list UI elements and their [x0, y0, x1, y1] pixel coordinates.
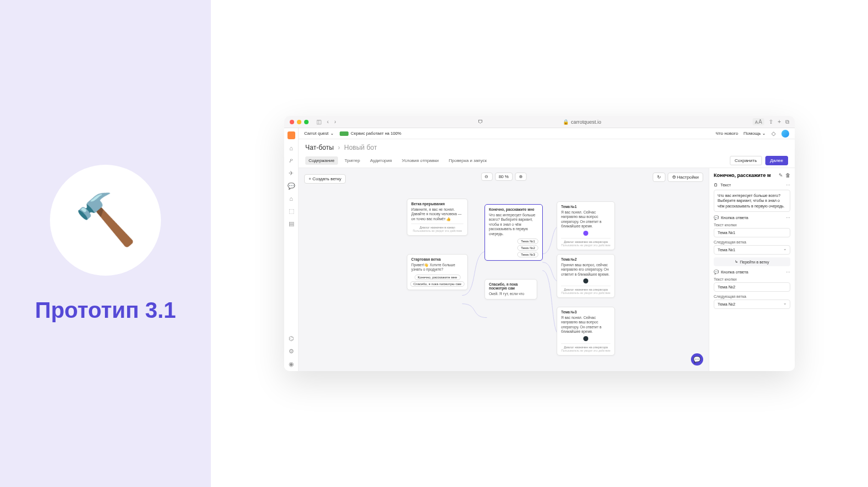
more-icon[interactable]: ⋯ — [786, 182, 790, 187]
node-chip[interactable]: Спасибо, я пока посмотрю сам — [410, 281, 465, 287]
save-button[interactable]: Сохранить — [730, 156, 762, 165]
people-icon[interactable]: ዖ — [289, 157, 293, 164]
node-chip[interactable]: Тема №3 — [517, 252, 538, 257]
sidebar-toggle-icon[interactable]: ◫ — [316, 119, 321, 125]
home-icon[interactable]: ⌂ — [289, 145, 293, 151]
cube-icon[interactable]: ⬚ — [289, 207, 294, 215]
tabs-row: Содержание Триггер Аудитория Условия отп… — [299, 154, 795, 168]
node-title: Тема №3 — [561, 310, 610, 314]
node-chip[interactable]: Тема №1 — [517, 239, 538, 244]
chevron-right-icon: › — [338, 144, 340, 151]
node-chip[interactable]: Конечно, расскажите мне — [415, 275, 461, 280]
tab-conditions[interactable]: Условия отправки — [398, 156, 442, 165]
node-theme-3[interactable]: Тема №3 Я вас понял. Сейчас направлю ваш… — [557, 307, 615, 356]
workspace-switcher[interactable]: Carrot quest ⌄ — [304, 131, 334, 136]
knowledge-icon[interactable]: ⌂ — [289, 195, 293, 202]
edit-icon[interactable]: ✎ — [779, 173, 783, 178]
next-button[interactable]: Далее — [765, 156, 788, 165]
more-icon[interactable]: ⋯ — [786, 270, 790, 275]
bell-icon[interactable]: ◇ — [771, 130, 776, 136]
section-answer-header-2: 💬 Кнопка ответа ⋯ — [714, 270, 790, 275]
minimize-icon[interactable] — [297, 120, 301, 124]
go-to-branch-button[interactable]: ↳ Перейти в ветку — [714, 257, 790, 266]
layers-icon[interactable]: ▤ — [289, 220, 294, 227]
button-text-input-2[interactable] — [714, 282, 790, 292]
reply-icon: 💬 — [714, 270, 719, 275]
zoom-out-button[interactable]: ⊖ — [481, 173, 492, 181]
node-footer-sub: Пользователь не увидит это действие — [561, 243, 610, 247]
node-footer-sub: Пользователь не увидит это действие — [411, 229, 463, 232]
delete-icon[interactable]: 🗑 — [785, 173, 790, 178]
panel-title: Конечно, расскажите м — [714, 173, 776, 178]
avatar[interactable] — [781, 130, 789, 138]
zoom-controls: ⊖ 80 % ⊕ — [481, 173, 526, 181]
button-text-input-1[interactable] — [714, 228, 790, 237]
create-branch-button[interactable]: + Создать ветку — [304, 174, 346, 184]
slide-right-panel: ◫ ‹ › ⛉ 🔒 carrotquest.io ᴀA ⇪ + ⧉ ⌂ ዖ — [211, 0, 868, 487]
forward-icon[interactable]: › — [334, 119, 336, 125]
node-tell-me[interactable]: Конечно, расскажите мне Что вас интересу… — [485, 204, 543, 261]
sidenav: ⌂ ዖ ✈ 💬 ⌂ ⬚ ▤ ⌬ ⚙ ◉ — [284, 128, 299, 371]
section-label: Текст — [720, 182, 731, 187]
node-title: Стартовая ветка — [411, 257, 463, 261]
browser-chrome: ◫ ‹ › ⛉ 🔒 carrotquest.io ᴀA ⇪ + ⧉ — [284, 116, 795, 128]
node-browse-self[interactable]: Спасибо, я пока посмотрю сам Окей. Я тут… — [485, 279, 537, 300]
node-theme-1[interactable]: Тема №1 Я вас понял. Сейчас направлю ваш… — [557, 201, 615, 250]
node-chip[interactable]: Тема №2 — [517, 245, 538, 251]
notification-badge-icon[interactable]: ◉ — [289, 361, 294, 368]
section-label: Кнопка ответа — [721, 270, 748, 275]
tab-launch[interactable]: Проверка и запуск — [446, 156, 491, 165]
battery-icon — [340, 131, 349, 136]
app-main: Carrot quest ⌄ Сервис работает на 100% Ч… — [299, 128, 795, 371]
next-branch-select-1[interactable] — [714, 245, 790, 255]
slide-left-panel: 🔨 Прототип 3.1 — [0, 0, 211, 487]
tab-audience[interactable]: Аудитория — [367, 156, 395, 165]
send-icon[interactable]: ✈ — [289, 170, 294, 177]
chat-fab[interactable]: 💬 — [691, 353, 703, 366]
tabs-icon[interactable]: ⧉ — [785, 119, 789, 125]
close-icon[interactable] — [290, 120, 294, 124]
node-title: Тема №2 — [561, 257, 610, 261]
service-status: Сервис работает на 100% — [340, 131, 401, 136]
app-logo[interactable] — [287, 131, 295, 139]
help-link[interactable]: Помощь ⌄ — [744, 131, 766, 136]
workspace: + Создать ветку ⊖ 80 % ⊕ ↻ ⚙ Настройки — [299, 168, 795, 371]
node-start-branch[interactable]: Стартовая ветка Привет!👋 Хотите больше у… — [407, 254, 468, 290]
section-text-header: 🗒 Текст ⋯ — [714, 182, 790, 187]
tab-content[interactable]: Содержание — [305, 156, 338, 165]
node-interrupt-branch[interactable]: Ветка прерывания Извините, я вас не поня… — [407, 199, 468, 236]
maximize-icon[interactable] — [304, 120, 309, 124]
field-label: Текст кнопки — [714, 223, 790, 227]
next-branch-select-2[interactable] — [714, 300, 790, 309]
node-title: Конечно, расскажите мне — [489, 207, 538, 211]
shield-icon: ⛉ — [478, 119, 483, 125]
node-title: Ветка прерывания — [411, 202, 463, 206]
canvas-settings-button[interactable]: ⚙ Настройки — [668, 173, 703, 182]
share-icon[interactable]: ⇪ — [769, 119, 773, 125]
browser-window: ◫ ‹ › ⛉ 🔒 carrotquest.io ᴀA ⇪ + ⧉ ⌂ ዖ — [284, 116, 795, 371]
refresh-button[interactable]: ↻ — [653, 173, 665, 182]
chat-icon[interactable]: 💬 — [287, 182, 295, 190]
zoom-in-button[interactable]: ⊕ — [515, 173, 527, 181]
new-tab-icon[interactable]: + — [778, 119, 781, 125]
node-theme-2[interactable]: Тема №2 Принял ваш вопрос, сейчас направ… — [557, 254, 615, 298]
breadcrumb-root[interactable]: Чат-боты — [305, 144, 334, 151]
back-icon[interactable]: ‹ — [327, 119, 329, 125]
tab-trigger[interactable]: Триггер — [341, 156, 364, 165]
node-title: Спасибо, я пока посмотрю сам — [489, 282, 533, 290]
canvas-wrap[interactable]: + Создать ветку ⊖ 80 % ⊕ ↻ ⚙ Настройки — [299, 168, 709, 371]
node-footer-sub: Пользователь не увидит это действие — [561, 291, 610, 295]
text-content-box[interactable]: Что вас интересует больше всего? Выберит… — [714, 190, 790, 212]
canvas[interactable]: Ветка прерывания Извините, я вас не поня… — [299, 168, 709, 371]
field-label: Следующая ветка — [714, 240, 790, 244]
browser-nav: ◫ ‹ › — [316, 119, 336, 125]
more-icon[interactable]: ⋯ — [786, 215, 790, 220]
node-text: Окей. Я тут, если что — [489, 292, 533, 296]
properties-panel: Конечно, расскажите м ✎ 🗑 🗒 Текст ⋯ Что … — [709, 168, 795, 371]
whats-new-link[interactable]: Что нового — [716, 131, 738, 136]
node-text: Принял ваш вопрос, сейчас направлю его о… — [561, 263, 610, 277]
text-size-icon[interactable]: ᴀA — [753, 118, 764, 125]
address-bar[interactable]: ⛉ 🔒 carrotquest.io — [478, 119, 602, 125]
gear-icon[interactable]: ⚙ — [289, 348, 294, 355]
puzzle-icon[interactable]: ⌬ — [289, 335, 294, 342]
